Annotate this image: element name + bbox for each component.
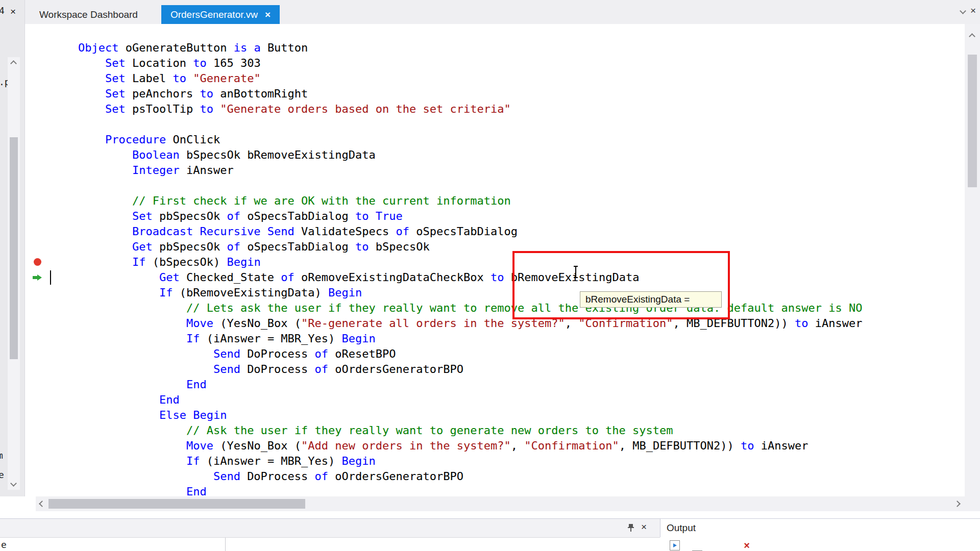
code-line[interactable]: Get pbSpecsOk of oSpecsTabDialog to bSpe… [78, 239, 863, 255]
close-icon[interactable]: × [970, 5, 976, 16]
code-line[interactable]: End [78, 392, 863, 408]
code-line[interactable]: Set psToolTip to "Generate orders based … [78, 102, 863, 117]
ibeam-stem [575, 267, 576, 277]
scrollbar-corner [965, 496, 980, 511]
code-line[interactable]: Set pbSpecsOk of oSpecsTabDialog to True [78, 209, 863, 224]
code-line[interactable]: // Lets ask the user if they really want… [78, 300, 863, 316]
scrollbar-thumb[interactable] [48, 499, 305, 509]
code-line[interactable]: Procedure OnClick [78, 132, 863, 147]
pin-needle [630, 528, 631, 532]
code-line[interactable]: Set peAnchors to anBottomRight [78, 86, 863, 102]
code-line[interactable]: // First check if we are OK with the cur… [78, 193, 863, 209]
clipped-text-fragment: e [0, 469, 4, 480]
scroll-down-icon[interactable] [10, 480, 17, 487]
text-caret [50, 270, 51, 285]
current-line-arrow [33, 274, 42, 281]
output-panel-title: Output [667, 522, 696, 534]
code-line[interactable]: Object oGenerateButton is a Button [78, 40, 863, 56]
left-panel-edge: 4 × .p m e [0, 0, 25, 496]
ide-window: Workspace Dashboard OrdersGenerator.vw ×… [0, 0, 980, 551]
ibeam-cap [574, 277, 578, 278]
code-line[interactable]: Get Checked_State of oRemoveExistingData… [78, 270, 863, 285]
code-line[interactable]: If (iAnswer = MBR_Yes) Begin [78, 454, 863, 469]
code-line[interactable]: Set Location to 165 303 [78, 56, 863, 71]
scroll-up-icon[interactable] [969, 33, 975, 40]
code-line[interactable]: Else Begin [78, 408, 863, 423]
code-line[interactable]: Boolean bSpecsOk bRemoveExistingData [78, 147, 863, 163]
code-line[interactable]: // Ask the user if they really want to g… [78, 423, 863, 438]
code-line[interactable] [78, 117, 863, 132]
scrollbar-thumb[interactable] [10, 137, 18, 359]
editor-horizontal-scrollbar[interactable] [25, 496, 965, 511]
left-panel-scrollbar[interactable] [8, 57, 20, 490]
tab-workspace-dashboard[interactable]: Workspace Dashboard [30, 5, 147, 24]
code-line[interactable]: Set Label to "Generate" [78, 71, 863, 86]
clipped-text-fragment: m [0, 450, 3, 461]
code-line[interactable]: If (iAnswer = MBR_Yes) Begin [78, 331, 863, 346]
clipped-text-fragment: e [1, 539, 7, 550]
arrow-tail [33, 276, 37, 279]
code-line[interactable]: Send DoProcess of oOrdersGeneratorBPO [78, 469, 863, 484]
document-tabs: Workspace Dashboard OrdersGenerator.vw × [30, 5, 280, 24]
code-line[interactable]: Move (YesNo_Box ("Re-generate all orders… [78, 316, 863, 331]
close-icon[interactable]: × [10, 6, 16, 17]
pin-icon[interactable] [627, 524, 635, 533]
bottom-strip: e [0, 537, 660, 551]
chevron-down-icon[interactable] [960, 8, 966, 14]
debugger-datatip: bRemoveExistingData = [580, 291, 722, 308]
annotation-highlight-box [512, 251, 730, 319]
code-lines[interactable]: Object oGenerateButton is a ButtonSet Lo… [78, 40, 863, 496]
code-editor[interactable]: Object oGenerateButton is a ButtonSet Lo… [25, 24, 965, 496]
tab-label: Workspace Dashboard [39, 9, 138, 20]
scroll-up-icon[interactable] [10, 60, 17, 67]
output-toolbar: × [660, 537, 980, 551]
close-icon[interactable]: × [265, 9, 271, 20]
tab-label: OrdersGenerator.vw [170, 9, 258, 20]
mouse-ibeam-cursor [573, 266, 579, 278]
code-line[interactable] [78, 178, 863, 193]
code-line[interactable]: If (bRemoveExistingData) Begin [78, 285, 863, 300]
bottom-panel-titlebar: × [0, 518, 660, 537]
tab-ordersgenerator-vw[interactable]: OrdersGenerator.vw × [161, 5, 280, 24]
document-tab-bar: Workspace Dashboard OrdersGenerator.vw ×… [0, 0, 980, 24]
code-line[interactable]: End [78, 484, 863, 496]
messages-filter-icon[interactable] [670, 540, 680, 550]
editor-vertical-scrollbar[interactable] [965, 24, 980, 496]
datatip-text: bRemoveExistingData = [585, 294, 690, 305]
output-panel-header[interactable]: Output [660, 518, 980, 537]
code-line[interactable]: Send DoProcess of oOrdersGeneratorBPO [78, 362, 863, 377]
vertical-divider [225, 538, 226, 551]
code-line[interactable]: Integer iAnswer [78, 163, 863, 178]
clipped-text-fragment: 4 [0, 5, 5, 16]
code-line[interactable]: End [78, 377, 863, 392]
code-line[interactable]: Broadcast Recursive Send ValidateSpecs o… [78, 224, 863, 239]
clear-output-icon[interactable]: × [742, 540, 752, 550]
code-line[interactable]: If (bSpecsOk) Begin [78, 255, 863, 270]
breakpoint-dot[interactable] [34, 258, 41, 266]
arrow-head [37, 274, 42, 281]
close-icon[interactable]: × [641, 521, 647, 533]
code-line[interactable]: Move (YesNo_Box ("Add new orders in the … [78, 438, 863, 454]
arrow-glyph [673, 543, 677, 547]
code-line[interactable]: Send DoProcess of oResetBPO [78, 346, 863, 362]
scrollbar-thumb[interactable] [968, 55, 977, 187]
window-controls: × [961, 5, 976, 16]
